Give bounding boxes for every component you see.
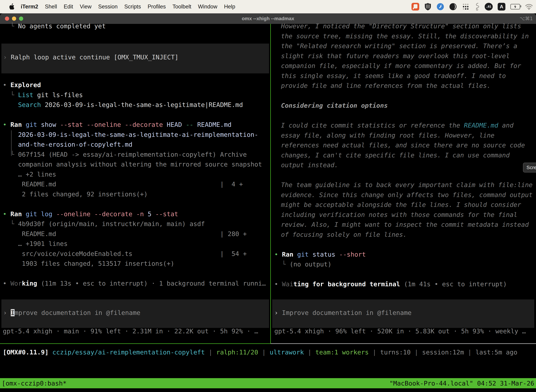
terminal-line: └ List git ls-files xyxy=(3,90,269,100)
menu-status-icons: ..61 A xyxy=(412,3,533,11)
left-prompt-input[interactable]: › Improve documentation in @filename xyxy=(1,299,269,328)
terminal-line xyxy=(3,269,269,279)
terminal-line xyxy=(274,111,536,121)
tmux-session-label: [omx-cczip0:bash* xyxy=(2,380,67,387)
left-agents-summary: └ No agents completed yet xyxy=(3,21,268,31)
terminal-line: 2026-03-09-is-legal-the-same-as-legitima… xyxy=(3,130,269,140)
right-prompt-input[interactable]: › Improve documentation in @filename xyxy=(272,299,534,328)
left-inject-banner: › Ralph loop active continue [OMX_TMUX_I… xyxy=(1,44,269,73)
apple-menu-icon[interactable] xyxy=(9,3,15,10)
terminal-line: the source tree, missing the essay. Stil… xyxy=(274,31,536,41)
terminal-line: However, I noticed the "Directory Struct… xyxy=(274,21,536,31)
bolt-app-icon[interactable] xyxy=(436,3,444,10)
pane-divider[interactable] xyxy=(270,24,271,344)
terminal-line: companion analysis without altering the … xyxy=(3,159,269,169)
terminal-line: provide file and line references from th… xyxy=(274,81,536,91)
terminal-line: including verification notes with those … xyxy=(274,210,536,220)
tmux-host-clock: "MacBook-Pro-44.local" 04:52 31-Mar-26 xyxy=(389,380,534,387)
menu-window[interactable]: Window xyxy=(198,4,217,10)
menu-session[interactable]: Session xyxy=(98,4,117,10)
terminal-line xyxy=(3,110,269,120)
terminal-line: └ 4b9d30f (origin/main, instructkr/main,… xyxy=(3,219,269,229)
terminal-line: evidence. Since this change only affects… xyxy=(274,190,536,200)
battery-icon[interactable] xyxy=(510,4,520,9)
terminal-line: • Ran git status --short xyxy=(274,250,536,260)
screen-record-icon[interactable] xyxy=(412,3,419,10)
dots-grid-icon[interactable] xyxy=(462,3,469,10)
terminal-line: README.md | 4 + xyxy=(3,179,269,189)
left-model-status: gpt-5.4 xhigh · main · 91% left · 2.31M … xyxy=(3,326,269,336)
terminal-line: • Waiting for background terminal (1m 41… xyxy=(274,279,536,289)
terminal-line: └ (no output) xyxy=(274,259,536,269)
terminal-line: output instead. xyxy=(274,160,536,170)
terminal-line: I could cite commit statistics or refere… xyxy=(274,121,536,131)
terminal-line: 1903 files changed, 513517 insertions(+) xyxy=(3,259,269,269)
terminal-line: review. Also, I might want to inspect th… xyxy=(274,220,536,230)
terminal-line: … +1901 lines xyxy=(3,239,269,249)
menu-profiles[interactable]: Profiles xyxy=(148,4,166,10)
terminal-line: Search 2026-03-09-is-legal-the-same-as-l… xyxy=(3,100,269,110)
terminal-line: • Ran git log --oneline --decorate -n 5 … xyxy=(3,209,269,219)
left-prompt-line: › Improve documentation in @filename xyxy=(3,308,140,318)
squiggle-icon[interactable] xyxy=(474,3,480,11)
terminal-line xyxy=(3,199,269,209)
menu-shell[interactable]: Shell xyxy=(45,4,57,10)
right-transcript: However, I noticed the "Directory Struct… xyxy=(274,21,536,289)
terminal-line: src/voice/voiceModeEnabled.ts | 54 + xyxy=(3,249,269,259)
battery-percent-badge[interactable]: ..61 xyxy=(485,3,493,10)
terminal-line xyxy=(274,240,536,250)
charging-bolt-icon xyxy=(514,5,517,9)
terminal-line: slight risk that future readers may over… xyxy=(274,51,536,61)
terminal-line: README.md | 280 + xyxy=(3,229,269,239)
terminal-line xyxy=(274,91,536,101)
wifi-icon[interactable] xyxy=(525,4,533,10)
menu-view[interactable]: View xyxy=(80,4,92,10)
terminal-line xyxy=(274,269,536,280)
app-menus: iTerm2ShellEditViewSessionScriptsProfile… xyxy=(21,4,235,10)
right-prompt-line: › Improve documentation in @filename xyxy=(274,308,412,318)
terminal-line: └ No agents completed yet xyxy=(3,21,268,31)
terminal-line: might be acceptable alongside the file l… xyxy=(274,200,536,210)
terminal-line: └ 067f154 (HEAD -> essay/ai-reimplementa… xyxy=(3,150,269,160)
terminal-line xyxy=(274,170,536,180)
active-pane-border xyxy=(0,343,271,344)
inject-banner-line: › Ralph loop active continue [OMX_TMUX_I… xyxy=(3,52,178,62)
right-model-status: gpt-5.4 xhigh · 96% left · 520K in · 5.8… xyxy=(274,326,536,336)
terminal-line: • Working (11m 13s • esc to interrupt) ·… xyxy=(3,279,269,289)
shield-icon[interactable] xyxy=(424,3,431,11)
terminal-line: The team guideline is to back every impo… xyxy=(274,180,536,190)
menu-iterm2[interactable]: iTerm2 xyxy=(21,4,38,10)
arc-browser-icon[interactable] xyxy=(449,3,457,10)
terminal-line: essay file, along with finding root file… xyxy=(274,131,536,140)
menu-scripts[interactable]: Scripts xyxy=(124,4,141,10)
terminal-line: and-the-erosion-of-copyleft.md xyxy=(3,140,269,150)
screen: iTerm2ShellEditViewSessionScriptsProfile… xyxy=(0,0,536,392)
terminal-line: • Ran git show --stat --oneline --decora… xyxy=(3,120,269,130)
screen-share-tooltip: Scre xyxy=(523,163,536,173)
terminal-line: this single essay, it seems like a good … xyxy=(274,71,536,81)
menu-bar: iTerm2ShellEditViewSessionScriptsProfile… xyxy=(0,0,536,13)
terminal-line: • Explored xyxy=(3,80,269,90)
terminal-line: 2 files changed, 92 insertions(+) xyxy=(3,189,269,199)
terminal-line: Considering citation options xyxy=(274,101,536,111)
terminal-line: … +2 lines xyxy=(3,169,269,179)
menu-toolbelt[interactable]: Toolbelt xyxy=(172,4,191,10)
a-app-icon[interactable]: A xyxy=(498,3,505,10)
tmux-status-bar[interactable]: [omx-cczip0:bash* "MacBook-Pro-44.local"… xyxy=(0,378,536,388)
menu-help[interactable]: Help xyxy=(224,4,235,10)
inactive-pane-border xyxy=(271,343,536,344)
terminal-line: the "Related research writing" section i… xyxy=(274,41,536,51)
terminal-line: changes, I can't cite specific file line… xyxy=(274,150,536,160)
terminal-line: of focusing solely on file lines. xyxy=(274,230,536,240)
tree-guide-line xyxy=(11,130,12,156)
left-transcript: • Explored └ List git ls-files Search 20… xyxy=(3,80,269,289)
terminal-line: companion file, especially if more comme… xyxy=(274,61,536,71)
terminal-line: references need actual files, and since … xyxy=(274,140,536,150)
menu-edit[interactable]: Edit xyxy=(64,4,73,10)
omx-status-line: [OMX#0.11.9] cczip/essay/ai-reimplementa… xyxy=(3,347,536,357)
